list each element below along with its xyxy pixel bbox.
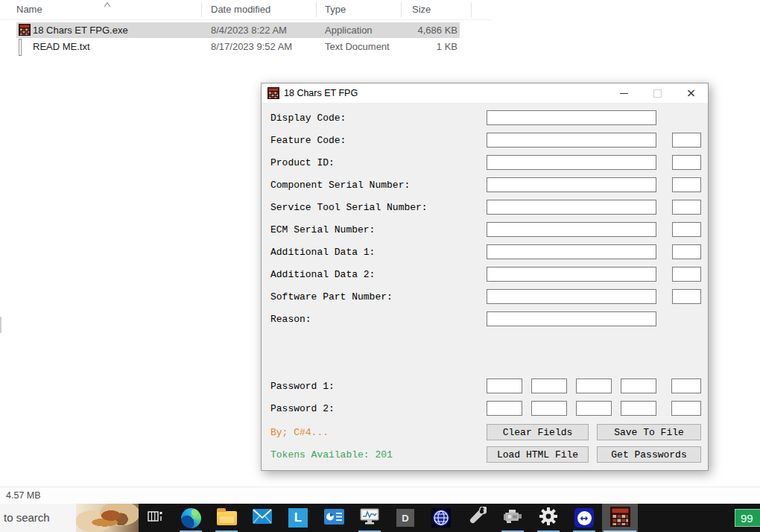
column-divider[interactable] (316, 2, 317, 17)
software-part-number-check-box[interactable] (672, 289, 701, 304)
password-1-box-1[interactable] (487, 379, 522, 393)
wrench-icon (467, 507, 487, 529)
field-label: Password 1: (270, 381, 335, 392)
additional-data-1-input[interactable] (487, 244, 656, 259)
column-header-type[interactable]: Type (325, 4, 346, 15)
calculator-app-icon (19, 24, 31, 39)
column-header-name[interactable]: Name (16, 4, 42, 15)
field-row-display-code: Display Code: (262, 110, 708, 127)
additional-data-1-check-box[interactable] (672, 244, 701, 259)
field-row-component-serial: Component Serial Number: (262, 177, 708, 194)
d-app-icon: D (396, 509, 414, 527)
badge-count: 99 (741, 512, 753, 525)
ecm-serial-input[interactable] (487, 222, 656, 237)
field-row-reason: Reason: (262, 311, 708, 328)
password-1-row: Password 1: (262, 379, 708, 395)
l-app-icon: L (288, 508, 308, 528)
password-1-box-5[interactable] (671, 379, 701, 393)
get-passwords-button[interactable]: Get Passwords (597, 446, 701, 463)
field-row-additional-data-1: Additional Data 1: (262, 244, 708, 261)
file-row-readme[interactable]: READ ME.txt 8/17/2023 9:52 AM Text Docum… (16, 39, 460, 54)
save-to-file-button[interactable]: Save To File (597, 424, 701, 440)
password-2-row: Password 2: (262, 401, 708, 417)
component-serial-check-box[interactable] (672, 177, 701, 192)
window-title: 18 Chars ET FPG (284, 88, 358, 98)
ecm-serial-check-box[interactable] (672, 222, 701, 237)
field-label: Reason: (270, 314, 311, 325)
task-view-button[interactable] (137, 504, 173, 532)
taskbar-item-d-app[interactable]: D (387, 504, 423, 532)
maximize-icon (653, 89, 662, 98)
password-2-box-4[interactable] (621, 401, 656, 416)
taskbar-item-edge[interactable] (173, 504, 209, 532)
search-placeholder-text: to search (4, 511, 50, 524)
file-size: 1 KB (437, 41, 457, 52)
column-header-size[interactable]: Size (412, 4, 431, 15)
close-button[interactable]: × (674, 83, 708, 103)
password-2-box-2[interactable] (531, 401, 567, 416)
password-1-box-2[interactable] (531, 379, 567, 393)
field-label: Product ID: (270, 157, 335, 168)
field-label: Service Tool Serial Number: (270, 202, 428, 213)
close-icon: × (686, 87, 696, 99)
field-label: ECM Serial Number: (270, 224, 375, 235)
product-id-check-box[interactable] (672, 155, 701, 170)
sort-ascending-icon[interactable] (104, 0, 111, 10)
component-serial-input[interactable] (487, 177, 656, 192)
taskbar-item-l-app[interactable]: L (280, 504, 316, 532)
explorer-status-bar: 4.57 MB (0, 487, 760, 504)
taskbar-item-performance-monitor[interactable] (352, 504, 387, 532)
column-divider[interactable] (471, 2, 472, 17)
field-label: Component Serial Number: (270, 180, 410, 191)
password-2-box-3[interactable] (576, 401, 612, 416)
taskbar-item-18-chars-et-fpg[interactable] (602, 504, 638, 532)
taskbar-item-mail[interactable] (244, 504, 280, 532)
taskbar-item-teamviewer[interactable]: ↔ (566, 504, 602, 532)
mail-icon (253, 509, 272, 527)
feature-code-check-box[interactable] (672, 133, 701, 148)
password-2-box-1[interactable] (487, 401, 522, 416)
scrollbar-fragment[interactable] (0, 317, 1, 333)
taskbar-item-wrench-tool[interactable] (459, 504, 495, 532)
tokens-available-text: Tokens Available: 201 (270, 449, 393, 460)
file-name[interactable]: 18 Chars ET FPG.exe (33, 25, 128, 36)
taskbar-item-globe-app[interactable] (423, 504, 459, 532)
taskbar-search-box[interactable]: to search (0, 504, 139, 532)
feature-code-input[interactable] (487, 133, 656, 148)
reason-input[interactable] (487, 311, 656, 326)
file-date-modified: 8/17/2023 9:52 AM (211, 41, 292, 52)
field-row-ecm-serial: ECM Serial Number: (262, 222, 708, 238)
service-tool-serial-check-box[interactable] (672, 200, 701, 215)
dialog-titlebar[interactable]: 18 Chars ET FPG × (262, 83, 708, 103)
search-highlight-image[interactable] (76, 504, 139, 532)
column-divider[interactable] (401, 2, 402, 17)
product-id-input[interactable] (487, 155, 656, 170)
file-name[interactable]: READ ME.txt (33, 41, 90, 52)
field-label: Additional Data 1: (270, 247, 375, 258)
taskbar-item-engine-app[interactable] (495, 504, 531, 532)
taskbar-item-settings[interactable] (531, 504, 566, 532)
password-1-box-3[interactable] (576, 379, 612, 393)
column-header-date-modified[interactable]: Date modified (211, 4, 270, 15)
display-code-input[interactable] (487, 110, 656, 125)
column-divider[interactable] (201, 2, 202, 17)
password-2-box-5[interactable] (671, 401, 701, 416)
taskbar: to search (0, 504, 760, 532)
additional-data-2-check-box[interactable] (672, 267, 701, 282)
password-1-box-4[interactable] (621, 379, 656, 393)
field-label: Password 2: (270, 403, 335, 414)
load-html-file-button[interactable]: Load HTML File (487, 446, 589, 463)
notification-badge[interactable]: 99 (735, 509, 760, 527)
file-date-modified: 8/4/2023 8:22 AM (211, 25, 287, 36)
edge-browser-icon (181, 508, 201, 528)
service-tool-serial-input[interactable] (487, 200, 656, 215)
taskbar-item-report-app[interactable] (316, 504, 352, 532)
software-part-number-input[interactable] (487, 289, 656, 304)
file-row-exe[interactable]: 18 Chars ET FPG.exe 8/4/2023 8:22 AM App… (16, 22, 460, 38)
taskbar-item-file-explorer[interactable] (209, 504, 244, 532)
clear-fields-button[interactable]: Clear Fields (487, 424, 589, 440)
additional-data-2-input[interactable] (487, 267, 656, 282)
app-window-18-chars-et-fpg: 18 Chars ET FPG × Display Code: Feature … (261, 83, 709, 471)
minimize-button[interactable] (607, 83, 641, 103)
file-type: Text Document (325, 41, 390, 52)
